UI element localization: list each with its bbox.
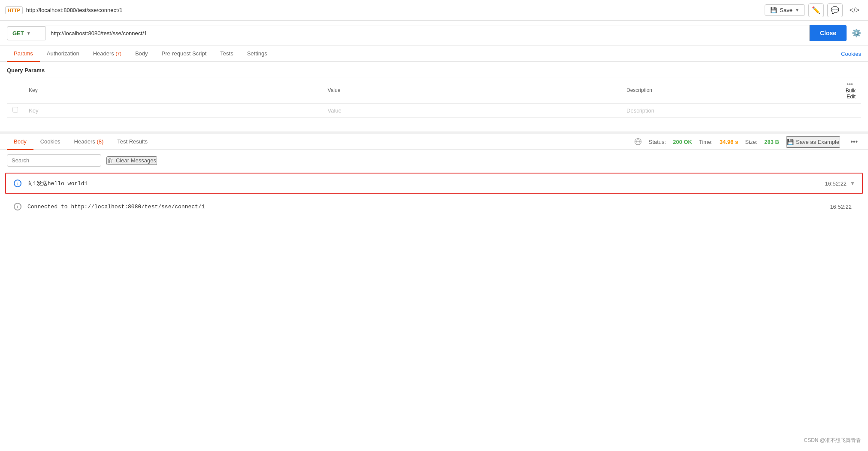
tab-headers[interactable]: Headers (7): [86, 46, 128, 62]
col-desc-header: Description: [621, 77, 835, 104]
tab-authorization[interactable]: Authorization: [40, 46, 86, 62]
http-badge: HTTP: [5, 6, 23, 14]
message-time: 16:52:22: [825, 180, 847, 187]
globe-icon: [634, 138, 642, 146]
save-button[interactable]: 💾 Save ▼: [765, 4, 805, 16]
info-icon: i: [14, 203, 21, 210]
three-dots-icon: •••: [847, 81, 853, 88]
size-label: Size:: [745, 139, 757, 145]
watermark: CSDN @准不想飞舞青春: [804, 437, 861, 444]
request-tabs: Params Authorization Headers (7) Body Pr…: [0, 46, 868, 62]
table-row: Key Value Description: [7, 104, 861, 118]
method-label: GET: [12, 30, 24, 37]
save-icon: 💾: [770, 7, 777, 13]
params-table: Key Value Description ••• Bulk Edit Key …: [7, 77, 861, 118]
query-params-section: Query Params Key Value Description ••• B…: [0, 62, 868, 123]
tab-pre-request-script[interactable]: Pre-request Script: [155, 46, 214, 62]
url-input[interactable]: [45, 25, 810, 41]
method-select[interactable]: GET ▼: [7, 26, 45, 40]
response-toolbar: 🗑 Clear Messages: [0, 150, 868, 171]
response-tab-body[interactable]: Body: [7, 134, 33, 150]
method-chevron-icon: ▼: [27, 31, 31, 36]
col-checkbox: [7, 77, 24, 104]
message-row[interactable]: ↓ 向1发送hello world1 16:52:22 ▼: [5, 173, 863, 194]
time-value: 34.96 s: [720, 139, 738, 145]
status-label: Status:: [649, 139, 666, 145]
row-actions: [835, 104, 861, 118]
response-tab-headers[interactable]: Headers (8): [67, 134, 111, 150]
bulk-edit-button[interactable]: Bulk Edit: [846, 88, 856, 100]
top-bar: HTTP http://localhost:8080/test/sse/conn…: [0, 0, 868, 21]
response-tab-cookies[interactable]: Cookies: [33, 134, 67, 150]
tab-tests[interactable]: Tests: [213, 46, 240, 62]
search-input[interactable]: [7, 154, 101, 167]
search-wrapper: [7, 154, 101, 167]
col-key-header: Key: [24, 77, 323, 104]
code-icon: </>: [850, 6, 859, 14]
expand-icon[interactable]: ▼: [850, 180, 855, 186]
comment-icon-button[interactable]: 💬: [827, 3, 843, 17]
more-options-button[interactable]: •••: [847, 136, 861, 147]
comment-icon: 💬: [831, 6, 839, 14]
message-time: 16:52:22: [830, 204, 852, 210]
response-status: Status: 200 OK Time: 34.96 s Size: 283 B…: [634, 136, 861, 148]
row-value[interactable]: Value: [323, 104, 622, 118]
col-actions-header: ••• Bulk Edit: [835, 77, 861, 104]
arrow-down-icon-wrapper: ↓: [13, 179, 22, 188]
save-example-button[interactable]: 💾 Save as Example: [786, 136, 840, 148]
clear-messages-label: Clear Messages: [116, 157, 156, 164]
send-button[interactable]: Close: [810, 25, 847, 41]
status-value: 200 OK: [673, 139, 692, 145]
response-tabs: Body Cookies Headers (8) Test Results St…: [0, 134, 868, 150]
arrow-down-icon: ↓: [14, 180, 21, 187]
tab-settings[interactable]: Settings: [240, 46, 274, 62]
row-description[interactable]: Description: [621, 104, 835, 118]
tab-body[interactable]: Body: [128, 46, 155, 62]
row-checkbox[interactable]: [7, 104, 24, 118]
url-bar: GET ▼ Close ⚙️: [0, 21, 868, 46]
top-bar-url: http://localhost:8080/test/sse/connect/1: [26, 7, 123, 13]
top-bar-right: 💾 Save ▼ ✏️ 💬 </>: [765, 3, 863, 17]
response-tab-test-results[interactable]: Test Results: [110, 134, 154, 150]
trash-icon: 🗑: [107, 157, 113, 164]
save-label: Save: [780, 7, 792, 13]
pencil-icon: ✏️: [812, 6, 820, 14]
info-icon-wrapper: i: [13, 202, 22, 211]
code-button[interactable]: </>: [846, 5, 863, 16]
top-bar-left: HTTP http://localhost:8080/test/sse/conn…: [5, 6, 123, 14]
edit-icon-button[interactable]: ✏️: [808, 3, 824, 17]
cookies-link[interactable]: Cookies: [841, 46, 861, 61]
message-text: Connected to http://localhost:8080/test/…: [27, 204, 830, 210]
chevron-down-icon: ▼: [795, 8, 799, 12]
col-value-header: Value: [323, 77, 622, 104]
save-icon-small: 💾: [787, 139, 794, 145]
clear-messages-button[interactable]: 🗑 Clear Messages: [106, 156, 157, 165]
query-params-title: Query Params: [7, 67, 861, 73]
message-text: 向1发送hello world1: [27, 180, 825, 187]
row-key[interactable]: Key: [24, 104, 323, 118]
settings-icon[interactable]: ⚙️: [852, 28, 861, 38]
message-row: i Connected to http://localhost:8080/tes…: [5, 196, 863, 217]
save-example-label: Save as Example: [796, 139, 839, 145]
response-area: Body Cookies Headers (8) Test Results St…: [0, 131, 868, 217]
tab-params[interactable]: Params: [7, 46, 40, 62]
time-label: Time:: [699, 139, 713, 145]
size-value: 283 B: [764, 139, 779, 145]
